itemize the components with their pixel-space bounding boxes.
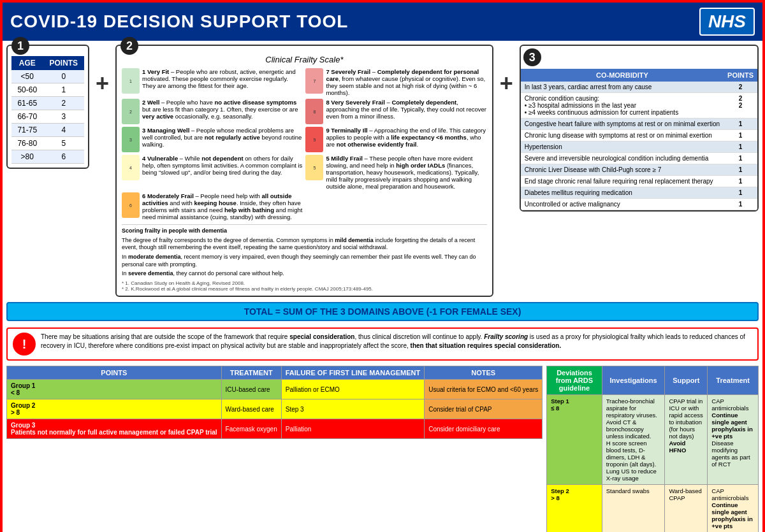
step1-investigations: Tracheo-bronchial aspirate for respirato…: [602, 395, 665, 485]
frailty-number: 4: [122, 155, 140, 180]
frailty-grid: 1 1 Very Fit – People who are robust, ac…: [122, 68, 487, 220]
frailty-item: 2 2 Well – People who have no active dis…: [122, 99, 303, 124]
group1-failure: Palliation or ECMO: [281, 380, 424, 399]
main-content: 1 AGE POINTS <50050-60161-65266-70371-75…: [3, 41, 762, 532]
table-row: 61-652: [11, 97, 84, 110]
frailty-desc: 6 Moderately Frail – People need help wi…: [142, 192, 303, 220]
footnotes: * 1. Canadian Study on Health & Aging, R…: [122, 280, 487, 292]
table-row: Congestive heart failure with symptoms a…: [521, 119, 757, 130]
points-cell: 6: [43, 150, 84, 164]
group3-label: Group 3Patients not normally for full ac…: [7, 419, 222, 439]
frailty-desc: 8 Very Severely Frail – Completely depen…: [326, 99, 486, 120]
domain-comorbidity: 3 CO-MORBIDITY POINTS In last 3 years, c…: [520, 45, 759, 212]
support-th: Support: [665, 366, 708, 395]
table-row: 71-754: [11, 124, 84, 137]
domain2-number: 2: [120, 37, 138, 55]
age-col-header: AGE: [11, 56, 43, 70]
frailty-number: 2: [122, 99, 140, 124]
frailty-scale-title: Clinical Frailty Scale*: [122, 55, 487, 64]
notes-th: NOTES: [425, 366, 543, 380]
frailty-number: 9: [305, 127, 323, 152]
points-cell: 1: [724, 176, 757, 187]
age-cell: 76-80: [11, 137, 43, 150]
frailty-item: 9 9 Terminally Ill – Approaching the end…: [305, 127, 486, 152]
condition-cell: End stage chronic renal failure requirin…: [521, 176, 724, 187]
points-cell: 1: [724, 141, 757, 153]
group2-treatment: Ward-based care: [221, 399, 281, 419]
table-row: Chronic Liver Disease with Child-Pugh sc…: [521, 164, 757, 176]
points-cell: 4: [43, 124, 84, 137]
condition-cell: Congestive heart failure with symptoms a…: [521, 119, 724, 130]
plus-sign-2: +: [497, 45, 516, 97]
frailty-number: 7: [305, 68, 323, 94]
group3-failure: Palliation: [281, 419, 424, 439]
table-row: 76-805: [11, 137, 84, 150]
points-cell: 1: [43, 83, 84, 97]
table-row: Step 1≤ 8 Tracheo-bronchial aspirate for…: [547, 395, 759, 485]
deviations-th: Deviations from ARDS guideline: [547, 366, 602, 395]
right-table-wrap: Deviations from ARDS guideline Investiga…: [546, 366, 759, 532]
points-cell: 2: [43, 97, 84, 110]
frailty-item: 5 5 Mildly Frail – These people often ha…: [305, 155, 486, 190]
frailty-item: 8 8 Very Severely Frail – Completely dep…: [305, 99, 486, 124]
domain1-number: 1: [11, 37, 29, 55]
group2-notes: Consider trial of CPAP: [425, 399, 543, 419]
points-cell: 1: [724, 199, 757, 210]
table-row: <500: [11, 70, 84, 83]
frailty-number: 3: [122, 127, 140, 152]
age-cell: 50-60: [11, 83, 43, 97]
table-row: End stage chronic renal failure requirin…: [521, 176, 757, 187]
group2-failure: Step 3: [281, 399, 424, 419]
table-row: Hypertension1: [521, 141, 757, 153]
table-row: Diabetes mellitus requiring medication1: [521, 187, 757, 199]
points-col-header: POINTS: [43, 56, 84, 70]
frailty-desc: 3 Managing Well – People whose medical p…: [142, 127, 303, 148]
frailty-desc: 9 Terminally Ill – Approaching the end o…: [326, 127, 486, 148]
frailty-item: 7 7 Severely Frail – Completely dependen…: [305, 68, 486, 96]
points-cell: 1: [724, 130, 757, 141]
table-row: Chronic condition causing:• ≥3 hospital …: [521, 93, 757, 119]
age-cell: 61-65: [11, 97, 43, 110]
table-row: In last 3 years, cardiac arrest from any…: [521, 82, 757, 93]
page-title: COVID-19 DECISION SUPPORT TOOL: [10, 11, 348, 32]
domain-age: 1 AGE POINTS <50050-60161-65266-70371-75…: [6, 45, 89, 169]
group1-notes: Usual criteria for ECMO and <60 years: [425, 380, 543, 399]
step2-support: Ward-based CPAP: [665, 485, 708, 532]
group1-label: Group 1< 8: [7, 380, 222, 399]
condition-cell: Chronic Liver Disease with Child-Pugh sc…: [521, 164, 724, 176]
points-cell: 1: [724, 164, 757, 176]
points-cell: 0: [43, 70, 84, 83]
group1-treatment: ICU-based care: [221, 380, 281, 399]
plus-sign-1: +: [93, 45, 112, 97]
domain3-number: 3: [523, 48, 541, 66]
comorbidity-table: CO-MORBIDITY POINTS In last 3 years, car…: [521, 69, 757, 210]
table-row: Step 2> 8 Standard swabs Ward-based CPAP…: [547, 485, 759, 532]
table-row: Group 3Patients not normally for full ac…: [7, 419, 543, 439]
step2-label: Step 2> 8: [547, 485, 602, 532]
frailty-number: 6: [122, 192, 140, 218]
scoring-section: Scoring frailty in people with dementia …: [122, 224, 487, 292]
frailty-desc: 5 Mildly Frail – These people often have…: [326, 155, 486, 190]
step1-treatment: CAP antimicrobialsContinue single agent …: [708, 395, 759, 485]
condition-cell: Uncontrolled or active malignancy: [521, 199, 724, 210]
points-cell: 2: [724, 82, 757, 93]
warning-box: ! There may be situations arising that a…: [6, 327, 759, 361]
condition-cell: In last 3 years, cardiac arrest from any…: [521, 82, 724, 93]
warning-icon: !: [13, 333, 36, 356]
ards-table: Deviations from ARDS guideline Investiga…: [546, 366, 759, 532]
points-th: POINTS: [7, 366, 222, 380]
condition-cell: Severe and irreversible neurological con…: [521, 153, 724, 164]
frailty-desc: 7 Severely Frail – Completely dependent …: [326, 68, 486, 96]
treatment-th: Treatment: [708, 366, 759, 395]
warning-text: There may be situations arising that are…: [41, 333, 752, 350]
condition-cell: Chronic condition causing:• ≥3 hospital …: [521, 93, 724, 119]
age-cell: >80: [11, 150, 43, 164]
failure-th: FAILURE OF FIRST LINE MANAGEMENT: [281, 366, 424, 380]
frailty-desc: 4 Vulnerable – While not dependent on ot…: [142, 155, 303, 176]
header: COVID-19 DECISION SUPPORT TOOL NHS: [3, 3, 762, 41]
points-cell: 5: [43, 137, 84, 150]
step2-treatment: CAP antimicrobialsContinue single agent …: [708, 485, 759, 532]
bottom-row: POINTS TREATMENT FAILURE OF FIRST LINE M…: [6, 366, 759, 532]
frailty-desc: 2 Well – People who have no active disea…: [142, 99, 303, 120]
domains-row: 1 AGE POINTS <50050-60161-65266-70371-75…: [6, 45, 759, 297]
